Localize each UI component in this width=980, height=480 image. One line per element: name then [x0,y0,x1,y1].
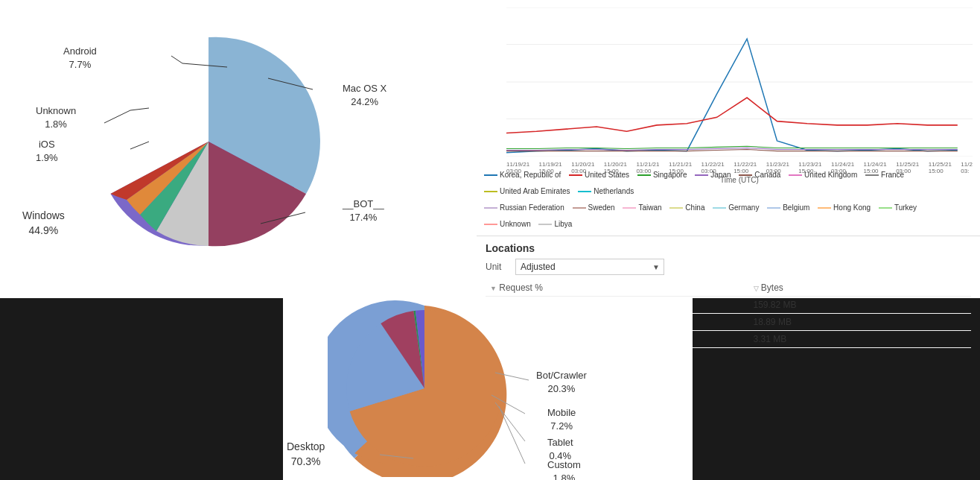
legend-uae: United Arab Emirates [484,185,570,198]
sort-icon-request: ▼ [490,285,497,292]
x-label-14: 11/25/2115:00 [929,161,952,174]
os-label-macos: Mac OS X 24.2% [343,82,386,109]
x-label-13: 11/25/2103:00 [896,161,919,174]
device-label-bot: Bot/Crawler20.3% [536,369,587,396]
os-label-windows: Windows 44.9% [22,209,65,238]
cell-bytes-2: 18.89 MB [749,314,971,331]
legend-hongkong: Hong Kong [818,201,871,215]
x-label-2: 11/19/2115:00 [539,161,562,174]
os-label-unknown: Unknown 1.8% [36,104,76,131]
x-label-9: 11/23/2103:00 [766,161,789,174]
legend-dot-unknown [484,224,497,225]
device-pie-container: Desktop70.3% Bot/Crawler20.3% Mobile7.2%… [283,298,693,480]
x-label-11: 11/24/2103:00 [831,161,854,174]
col-bytes[interactable]: ▽ Bytes [749,280,971,297]
locations-unit-row: Unit Adjusted [486,259,971,275]
legend-netherlands: Netherlands [578,185,634,198]
legend-dot-china [669,207,683,209]
legend-taiwan: Taiwan [623,201,661,215]
os-chart-panel: Windows 44.9% Mac OS X 24.2% __BOT__ 17.… [0,0,477,298]
x-axis-title: Time (UTC) [506,176,973,184]
locations-title: Locations [486,242,971,254]
legend-russia: Russian Federation [484,201,564,215]
legend-dot-sweden [573,207,586,209]
x-label-7: 11/22/2103:00 [701,161,725,174]
os-pie-container: Windows 44.9% Mac OS X 24.2% __BOT__ 17.… [0,0,477,298]
legend-germany: Germany [713,201,759,215]
line-chart: 400 300 200 100 0 [506,7,973,157]
os-label-ios: iOS 1.9% [36,138,58,165]
legend-libya: Libya [538,218,572,231]
x-label-1: 11/19/2103:00 [506,161,529,174]
legend-dot-belgium [767,207,780,209]
device-label-desktop: Desktop70.3% [287,440,325,469]
right-panel: 400 300 200 100 0 11/19/2103:00 11/19/21… [477,0,980,298]
legend-unknown: Unknown [484,218,531,231]
col-request-pct[interactable]: ▼ Request % [486,280,749,297]
chart-legend: Korea, Republic of United States Singapo… [477,164,980,236]
legend-dot-uae [484,191,497,192]
x-label-10: 11/23/2115:00 [798,161,821,174]
legend-dot-russia [484,207,497,209]
x-label-15: 11/203: [961,161,973,174]
legend-dot-hongkong [818,207,831,209]
x-label-6: 11/21/2115:00 [669,161,692,174]
legend-belgium: Belgium [767,201,809,215]
device-label-custom: Custom1.8% [547,458,581,480]
legend-turkey: Turkey [879,201,917,215]
cell-bytes-1: 159.82 MB [749,297,971,314]
x-label-12: 11/24/2115:00 [864,161,887,174]
x-label-8: 11/22/2115:00 [734,161,757,174]
device-chart-panel: Desktop70.3% Bot/Crawler20.3% Mobile7.2%… [283,298,693,480]
legend-dot-korea [484,174,497,176]
legend-china: China [669,201,704,215]
legend-dot-germany [713,207,726,209]
x-label-3: 11/20/2103:00 [571,161,594,174]
unit-label: Unit [486,262,515,272]
os-label-android: Android 7.7% [63,45,97,72]
unit-select[interactable]: Adjusted [515,259,664,275]
sort-icon-bytes: ▽ [754,285,759,292]
os-label-bot: __BOT__ 17.4% [343,198,384,224]
device-pie-final [324,300,525,477]
unit-select-wrapper[interactable]: Adjusted [515,259,664,275]
line-chart-container: 400 300 200 100 0 11/19/2103:00 11/19/21… [477,0,980,164]
cell-bytes-3: 3.31 MB [749,331,971,348]
legend-dot-netherlands [578,191,591,192]
x-label-5: 11/21/2103:00 [636,161,659,174]
legend-sweden: Sweden [573,201,615,215]
device-label-mobile: Mobile7.2% [547,406,576,433]
os-pie-chart [89,22,328,261]
x-label-4: 11/20/2115:00 [604,161,627,174]
legend-dot-taiwan [623,207,636,209]
legend-dot-turkey [879,207,892,209]
legend-dot-libya [538,224,552,225]
